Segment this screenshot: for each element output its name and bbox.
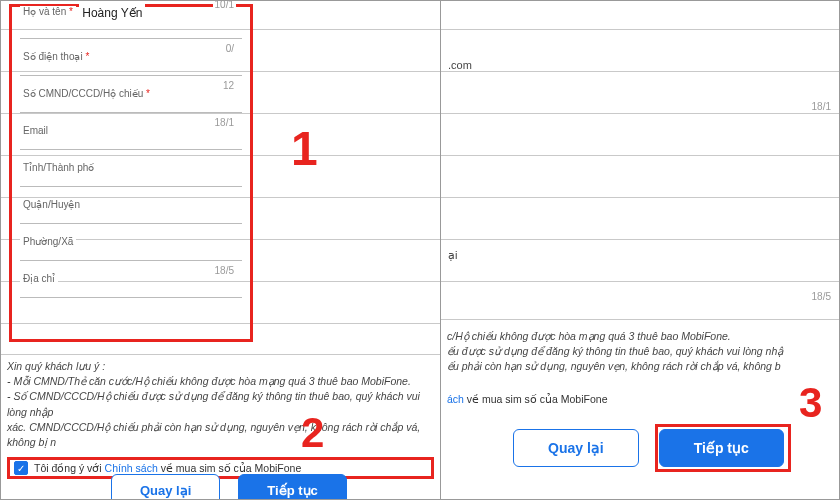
policy-link[interactable]: Chính sách — [105, 462, 158, 474]
button-row-left: Quay lại Tiếp tục — [111, 474, 347, 499]
annotation-1: 1 — [291, 121, 318, 176]
field-district[interactable]: Quận/Huyện — [20, 187, 242, 224]
fragment-ai: ại — [445, 249, 460, 262]
back-button[interactable]: Quay lại — [111, 474, 220, 499]
right-note-2: ếu được sử dụng để đăng ký thông tin thu… — [447, 344, 833, 359]
back-button-right[interactable]: Quay lại — [513, 429, 639, 467]
field-name[interactable]: Họ và tên * 10/1 Hoàng Yến — [20, 2, 242, 39]
field-idcard[interactable]: Số CMND/CCCD/Hộ chiếu * 12 — [20, 76, 242, 113]
note-line-2a: - Số CMND/CCCD/Hộ chiếu được sử dụng để … — [7, 389, 434, 419]
field-province[interactable]: Tỉnh/Thành phố — [20, 150, 242, 187]
next-button[interactable]: Tiếp tục — [238, 474, 346, 499]
right-policy-link-fragment[interactable]: ách — [447, 393, 464, 405]
field-phone[interactable]: Số điện thoại * 0/ — [20, 39, 242, 76]
label-ward: Phường/Xã — [20, 236, 76, 247]
counter-address: 18/5 — [213, 265, 236, 276]
annotation-3: 3 — [799, 379, 822, 427]
counter-idcard: 12 — [221, 80, 236, 91]
consent-text: Tôi đồng ý với Chính sách về mua sim số … — [34, 462, 301, 474]
container: Họ và tên * 10/1 Hoàng Yến Số điện thoại… — [0, 0, 840, 500]
field-email[interactable]: Email 18/1 — [20, 113, 242, 150]
highlight-box-3 — [655, 424, 791, 472]
label-idcard: Số CMND/CCCD/Hộ chiếu * — [20, 88, 153, 99]
note-title: Xin quý khách lưu ý : — [7, 359, 434, 374]
right-panel: .com 18/1 ại 18/5 c/Hộ chiếu không được … — [441, 1, 839, 499]
annotation-2: 2 — [301, 409, 324, 457]
counter-phone: 0/ — [224, 43, 236, 54]
note-area: Xin quý khách lưu ý : - Mỗi CMND/Thẻ căn… — [7, 359, 434, 450]
label-phone: Số điện thoại * — [20, 51, 92, 62]
field-ward[interactable]: Phường/Xã — [20, 224, 242, 261]
value-name: Hoàng Yến — [79, 2, 145, 20]
label-email: Email — [20, 125, 51, 136]
label-address: Địa chỉ — [20, 273, 58, 284]
counter-email: 18/1 — [213, 117, 236, 128]
right-consent: ách về mua sim số của MobiFone — [447, 393, 607, 405]
right-counter-1: 18/1 — [810, 101, 833, 112]
field-address[interactable]: Địa chỉ 18/5 — [20, 261, 242, 298]
note-line-1: - Mỗi CMND/Thẻ căn cước/Hộ chiếu không đ… — [7, 374, 434, 389]
left-panel: Họ và tên * 10/1 Hoàng Yến Số điện thoại… — [1, 1, 441, 499]
form-highlight-box: Họ và tên * 10/1 Hoàng Yến Số điện thoại… — [9, 4, 253, 342]
fragment-com: .com — [445, 59, 475, 71]
label-name: Họ và tên * — [20, 6, 76, 17]
note-line-2b: xác. CMND/CCCD/Hộ chiếu phải còn hạn sử … — [7, 420, 434, 450]
label-district: Quận/Huyện — [20, 199, 83, 210]
right-counter-2: 18/5 — [810, 291, 833, 302]
label-province: Tỉnh/Thành phố — [20, 162, 97, 173]
right-note-1: c/Hộ chiếu không được hòa mạng quá 3 thu… — [447, 329, 833, 344]
right-note: c/Hộ chiếu không được hòa mạng quá 3 thu… — [447, 329, 833, 375]
counter-name: 10/1 — [213, 1, 236, 10]
right-note-3: ếu phải còn hạn sử dụng, nguyên vẹn, khô… — [447, 359, 833, 374]
checkbox-icon[interactable]: ✓ — [14, 461, 28, 475]
